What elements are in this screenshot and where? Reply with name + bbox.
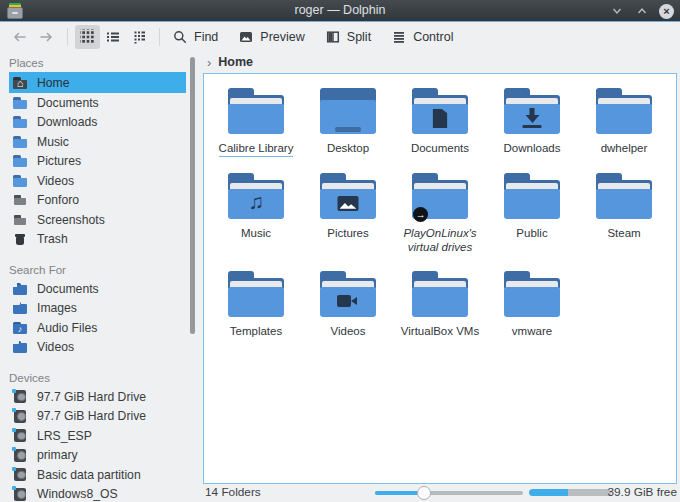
sidebar-item-screenshots[interactable]: Screenshots (9, 210, 186, 230)
sidebar-item-downloads[interactable]: Downloads (9, 113, 186, 133)
arrow-left-icon (11, 29, 28, 45)
back-button[interactable] (6, 25, 33, 49)
sidebar-item-home[interactable]: ⌂ Home (9, 72, 186, 93)
sidebar-item-videos[interactable]: Videos (9, 171, 186, 191)
folder-label: PlayOnLinux's virtual drives (395, 226, 485, 255)
folder-icon: → (228, 271, 284, 317)
minimize-button[interactable] (609, 3, 625, 19)
close-button[interactable]: × (659, 4, 674, 19)
drive-icon (12, 408, 28, 424)
compact-view-button[interactable] (100, 25, 126, 49)
folder-desktop[interactable]: → Desktop (302, 88, 394, 157)
sidebar-item-videos[interactable]: Videos (9, 338, 186, 358)
sidebar-item-basic-data-partition[interactable]: Basic data partition (9, 465, 186, 485)
folder-dwhelper[interactable]: → dwhelper (578, 88, 670, 157)
sidebar-item-trash[interactable]: Trash (9, 230, 186, 250)
folder-icon: → (412, 173, 468, 219)
sidebar-item-primary[interactable]: primary (9, 446, 186, 466)
folder-icon (12, 114, 28, 130)
sidebar-item-label: Music (37, 135, 69, 149)
sidebar-item-label: Documents (37, 282, 99, 296)
symlink-emblem-icon: → (413, 207, 428, 222)
zoom-slider[interactable] (375, 484, 523, 502)
folder-label: Videos (331, 324, 366, 339)
breadcrumb-home[interactable]: Home (218, 55, 253, 69)
folder-icon: → (504, 88, 560, 134)
folder-icon: → (412, 88, 468, 134)
folder-view[interactable]: → Calibre Library → Desktop → Documents (203, 73, 677, 484)
split-button[interactable]: Split (320, 25, 376, 49)
folder-downloads[interactable]: → Downloads (486, 88, 578, 157)
sidebar-section-title: Places (9, 54, 200, 72)
drive-icon (12, 389, 28, 405)
details-view-button[interactable] (126, 25, 152, 49)
folder-label: Templates (230, 324, 282, 339)
breadcrumb-chevron-icon: › (207, 55, 211, 70)
user-home-icon: ⌂ (12, 75, 28, 91)
icons-view-button[interactable] (75, 25, 100, 49)
folder-templates[interactable]: → Templates (210, 271, 302, 339)
sidebar-item-label: primary (37, 448, 78, 462)
folder-playonlinux-s-virtual-drives[interactable]: → PlayOnLinux's virtual drives (394, 173, 486, 255)
folder-icon: → (320, 173, 376, 219)
sidebar-section: Search For Documents Images ♪ Audio File… (9, 261, 200, 357)
sidebar-item-images[interactable]: Images (9, 299, 186, 319)
free-space: 39.9 GiB free (607, 484, 677, 501)
find-label: Find (194, 30, 218, 44)
chevron-down-icon (610, 4, 624, 18)
sidebar-item-music[interactable]: Music (9, 132, 186, 152)
sidebar-item-label: Audio Files (37, 321, 97, 335)
sidebar-item-label: LRS_ESP (37, 429, 92, 443)
sidebar-item-label: Downloads (37, 115, 97, 129)
folder-label: Public (516, 226, 547, 241)
sidebar-item-documents[interactable]: Documents (9, 279, 186, 299)
folder-videos[interactable]: → Videos (302, 271, 394, 339)
image-icon (238, 29, 254, 45)
search-icon (172, 29, 188, 45)
folder-pictures[interactable]: → Pictures (302, 173, 394, 255)
folder-icon: → (596, 88, 652, 134)
sidebar-sections: Places ⌂ Home Documents Downloads Music … (9, 54, 200, 502)
sidebar-item-documents[interactable]: Documents (9, 93, 186, 113)
sidebar-item-label: Trash (37, 232, 68, 246)
folder-grey-icon (12, 212, 28, 228)
folder-count: 14 Folders (205, 484, 261, 501)
titlebar: roger — Dolphin × (0, 0, 680, 22)
sidebar-item-label: Videos (37, 340, 74, 354)
folder-virtualbox-vms[interactable]: → VirtualBox VMs (394, 271, 486, 339)
toolbar-separator (159, 28, 160, 46)
preview-button[interactable]: Preview (233, 25, 309, 49)
sidebar-item-pictures[interactable]: Pictures (9, 152, 186, 172)
forward-button[interactable] (33, 25, 60, 49)
breadcrumb: › Home (207, 53, 253, 71)
folder-icon: → (228, 88, 284, 134)
sidebar-item-fonforo[interactable]: Fonforo (9, 191, 186, 211)
find-button[interactable]: Find (167, 25, 223, 49)
sidebar-item-label: Basic data partition (37, 468, 141, 482)
sidebar-item-audio-files[interactable]: ♪ Audio Files (9, 318, 186, 338)
sidebar-item-label: Fonforo (37, 193, 79, 207)
zoom-slider-handle[interactable] (417, 486, 431, 500)
chevron-up-icon (635, 4, 649, 18)
folder-calibre-library[interactable]: → Calibre Library (210, 88, 302, 157)
sidebar-scrollbar[interactable] (190, 57, 195, 334)
maximize-button[interactable] (634, 3, 650, 19)
folder-grey-icon (12, 192, 28, 208)
control-button[interactable]: Control (386, 25, 458, 49)
disk-capacity-bar (529, 489, 611, 496)
places-panel: Places ⌂ Home Documents Downloads Music … (0, 50, 200, 502)
sidebar-item-97-7-gib-hard-drive[interactable]: 97.7 GiB Hard Drive (9, 387, 186, 407)
sidebar-item-97-7-gib-hard-drive[interactable]: 97.7 GiB Hard Drive (9, 407, 186, 427)
folder-vmware[interactable]: → vmware (486, 271, 578, 339)
arrow-right-icon (38, 29, 55, 45)
sidebar-item-lrs-esp[interactable]: LRS_ESP (9, 426, 186, 446)
drive-icon (12, 467, 28, 483)
split-view-icon (325, 29, 341, 45)
folder-documents[interactable]: → Documents (394, 88, 486, 157)
folder-icon: → (320, 271, 376, 317)
hamburger-menu-icon (391, 29, 407, 45)
folder-public[interactable]: → Public (486, 173, 578, 255)
folder-steam[interactable]: → Steam (578, 173, 670, 255)
sidebar-item-label: Screenshots (37, 213, 105, 227)
folder-music[interactable]: ♫ → Music (210, 173, 302, 255)
